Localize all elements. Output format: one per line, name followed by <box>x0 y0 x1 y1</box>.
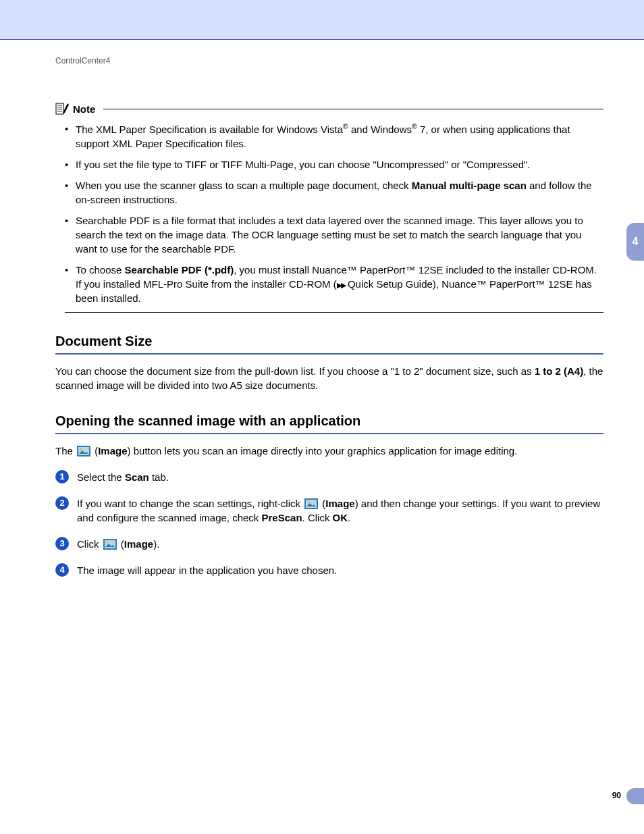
step-body: Click (Image). <box>77 538 159 550</box>
step-body: If you want to change the scan settings,… <box>77 498 600 523</box>
note-label: Note <box>73 102 95 116</box>
step-item: 3Click (Image). <box>55 537 603 551</box>
step-body: Select the Scan tab. <box>77 471 169 483</box>
top-bar <box>0 0 644 39</box>
bold-text: Manual multi-page scan <box>412 180 527 191</box>
chapter-tab: 4 <box>626 223 644 261</box>
note-rule <box>103 109 603 109</box>
note-bottom-rule <box>65 312 603 313</box>
registered-mark: ® <box>412 122 417 130</box>
note-list: The XML Paper Specification is available… <box>65 122 603 305</box>
bold-text: Image <box>325 498 354 509</box>
note-block: Note The XML Paper Specification is avai… <box>55 102 603 313</box>
document-size-paragraph: You can choose the document size from th… <box>55 364 603 392</box>
page-content: ControlCenter4 Note The XML Paper Specif… <box>55 55 603 590</box>
header-rule <box>0 39 644 40</box>
bold-text: 1 to 2 (A4) <box>535 365 584 377</box>
image-icon <box>77 446 90 457</box>
svg-rect-9 <box>306 500 317 508</box>
running-header: ControlCenter4 <box>55 55 603 67</box>
note-icon <box>55 102 69 115</box>
svg-rect-0 <box>56 103 63 114</box>
bold-text: Image <box>124 538 153 550</box>
svg-point-10 <box>308 500 310 502</box>
step-item: 1Select the Scan tab. <box>55 470 603 484</box>
step-item: 2If you want to change the scan settings… <box>55 496 603 525</box>
steps-list: 1Select the Scan tab.2If you want to cha… <box>55 470 603 577</box>
bold-text: Searchable PDF (*.pdf) <box>125 264 234 276</box>
bold-text: Scan <box>125 471 149 483</box>
note-item: When you use the scanner glass to scan a… <box>65 178 603 207</box>
step-number: 2 <box>55 496 69 510</box>
svg-rect-12 <box>105 540 115 548</box>
step-body: The image will appear in the application… <box>77 565 337 576</box>
note-heading: Note <box>55 102 603 116</box>
note-item: Searchable PDF is a file format that inc… <box>65 213 603 256</box>
svg-point-7 <box>80 448 82 450</box>
step-number: 1 <box>55 470 69 484</box>
bold-text: OK <box>333 512 348 523</box>
svg-point-13 <box>106 541 108 543</box>
image-icon <box>304 498 318 509</box>
note-item: The XML Paper Specification is available… <box>65 122 603 151</box>
section-title-document-size: Document Size <box>55 332 603 355</box>
step-number: 4 <box>55 563 69 577</box>
arrows-icon: ▶▶ <box>337 281 345 289</box>
section-title-opening-image: Opening the scanned image with an applic… <box>55 411 603 434</box>
bold-text: Image <box>98 445 127 457</box>
note-item: If you set the file type to TIFF or TIFF… <box>65 157 603 172</box>
note-item: To choose Searchable PDF (*.pdf), you mu… <box>65 263 603 305</box>
image-icon <box>103 539 117 550</box>
registered-mark: ® <box>343 122 348 130</box>
opening-image-intro: The (Image) button lets you scan an imag… <box>55 444 603 458</box>
svg-rect-6 <box>78 447 89 455</box>
step-item: 4The image will appear in the applicatio… <box>55 563 603 577</box>
page-corner <box>626 788 644 804</box>
bold-text: PreScan <box>262 512 302 523</box>
page-number: 90 <box>612 790 621 802</box>
step-number: 3 <box>55 537 69 550</box>
